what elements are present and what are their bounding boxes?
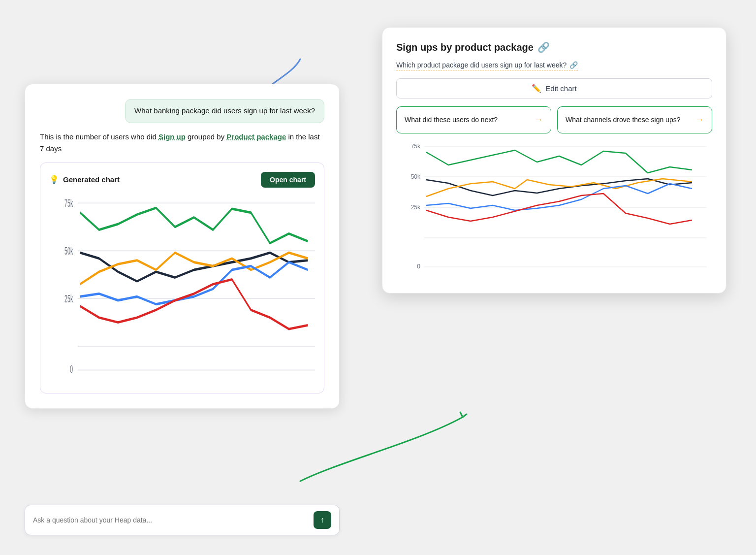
svg-text:50k: 50k xyxy=(64,245,73,257)
chat-input-row: ↑ xyxy=(25,505,340,535)
suggestion-text-2: What channels drove these sign ups? xyxy=(566,115,680,125)
chart-card-header: 💡 Generated chart Open chart xyxy=(49,172,315,188)
svg-text:50k: 50k xyxy=(411,173,421,180)
left-chat-panel: What banking package did users sign up f… xyxy=(25,84,340,409)
product-package-link[interactable]: Product package xyxy=(226,132,286,141)
send-button[interactable]: ↑ xyxy=(314,511,331,529)
right-panel-subtitle: Which product package did users sign up … xyxy=(396,61,578,70)
svg-text:75k: 75k xyxy=(64,197,73,209)
subtitle-sparkle-icon: 🔗 xyxy=(569,61,578,69)
suggestion-arrow-2: → xyxy=(695,114,704,126)
edit-chart-label: Edit chart xyxy=(545,84,576,93)
small-chart-container: 75k 50k 25k 0 xyxy=(49,194,315,385)
right-detail-panel: Sign ups by product package 🔗 Which prod… xyxy=(382,27,726,294)
generated-chart-label: Generated chart xyxy=(63,175,120,184)
sign-up-link[interactable]: Sign up xyxy=(158,132,186,141)
svg-text:0: 0 xyxy=(70,363,73,375)
large-line-chart: 75k 50k 25k 0 xyxy=(396,141,712,279)
suggestion-card-2[interactable]: What channels drove these sign ups? → xyxy=(557,106,712,133)
generated-chart-card: 💡 Generated chart Open chart 75k 50k 25k xyxy=(40,163,324,394)
green-arrow-decoration xyxy=(281,402,487,491)
chat-input[interactable] xyxy=(33,516,309,524)
scene: What banking package did users sign up f… xyxy=(0,0,756,555)
subtitle-text: Which product package did users sign up … xyxy=(396,61,567,69)
svg-text:0: 0 xyxy=(417,263,420,270)
suggestion-text-1: What did these users do next? xyxy=(405,115,498,125)
user-message-text: What banking package did users sign up f… xyxy=(134,106,315,115)
user-message-bubble: What banking package did users sign up f… xyxy=(125,99,324,123)
pencil-icon: ✏️ xyxy=(532,84,541,93)
right-panel-title-text: Sign ups by product package xyxy=(396,42,534,53)
large-chart-container: 75k 50k 25k 0 xyxy=(396,141,712,279)
small-line-chart: 75k 50k 25k 0 xyxy=(49,194,315,385)
open-chart-button[interactable]: Open chart xyxy=(261,172,315,188)
suggestion-arrow-1: → xyxy=(534,114,543,126)
response-text-1: This is the number of users who did xyxy=(40,132,158,141)
response-text-2: grouped by xyxy=(186,132,226,141)
chart-card-title: 💡 Generated chart xyxy=(49,175,120,184)
send-icon: ↑ xyxy=(320,516,324,524)
suggestion-card-1[interactable]: What did these users do next? → xyxy=(396,106,551,133)
right-panel-title: Sign ups by product package 🔗 xyxy=(396,41,712,53)
suggestion-row: What did these users do next? → What cha… xyxy=(396,106,712,133)
svg-text:25k: 25k xyxy=(64,293,73,304)
title-sparkle-icon: 🔗 xyxy=(537,41,550,53)
svg-text:75k: 75k xyxy=(411,143,421,150)
svg-text:25k: 25k xyxy=(411,204,421,211)
chat-response-text: This is the number of users who did Sign… xyxy=(40,131,324,155)
lightbulb-icon: 💡 xyxy=(49,175,59,184)
edit-chart-button[interactable]: ✏️ Edit chart xyxy=(396,78,712,98)
